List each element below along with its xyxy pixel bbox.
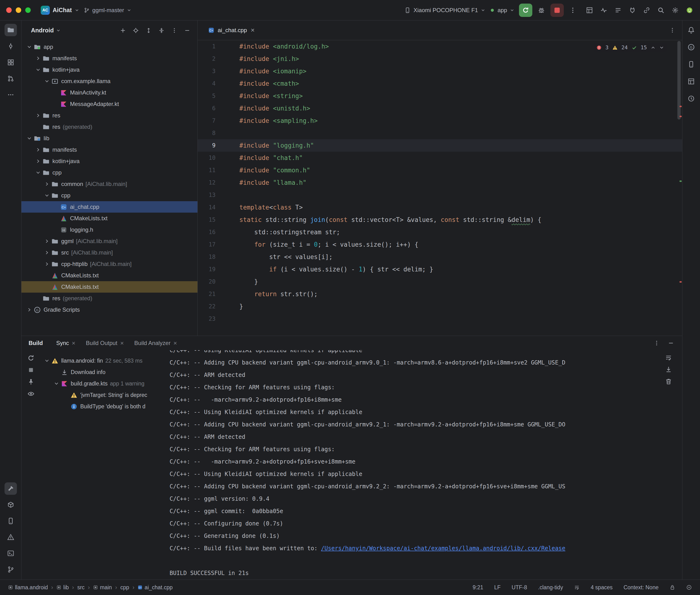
scroll-to-end-icon[interactable] [665, 366, 672, 373]
code-line-21[interactable]: 21 return str.str(); [198, 288, 682, 300]
next-issue-icon[interactable] [659, 45, 664, 50]
build-tab-build-output[interactable]: Build Output× [81, 336, 129, 350]
tool-strip-button-more[interactable] [4, 89, 17, 101]
code-line-14[interactable]: 14template<class T> [198, 201, 682, 214]
chevron-right-icon[interactable] [34, 56, 43, 61]
chevron-right-icon[interactable] [43, 181, 52, 187]
chevron-right-icon[interactable] [34, 113, 43, 118]
line-separator[interactable]: LF [494, 584, 501, 591]
cursor-position[interactable]: 9:21 [473, 584, 483, 591]
formatting-icon[interactable] [574, 585, 580, 590]
breadcrumb-item-lib[interactable]: lib [56, 584, 69, 591]
project-view-title[interactable]: Android [31, 27, 54, 34]
breadcrumb-item-ai-chat-cpp[interactable]: C+ai_chat.cpp [138, 584, 173, 591]
project-tree-item-cmakelists-txt[interactable]: CMakeLists.txt [22, 270, 197, 281]
tool-strip-button-app-insights[interactable] [685, 92, 697, 105]
error-stripe-mark[interactable] [679, 281, 682, 283]
code-line-17[interactable]: 17 for (size_t i = 0; i < values.size();… [198, 238, 682, 251]
code-line-3[interactable]: 3#include <iomanip> [198, 65, 682, 77]
project-tree-item-cpp-httplib[interactable]: cpp-httplib[AiChat.lib.main] [22, 258, 197, 270]
tool-strip-button-pull-requests[interactable] [4, 73, 17, 85]
device-mirroring-icon[interactable] [642, 6, 651, 15]
code-line-11[interactable]: 11#include "common.h" [198, 164, 682, 176]
tool-strip-button-commit[interactable] [4, 40, 17, 52]
chevron-right-icon[interactable] [43, 250, 52, 255]
stop-sync-icon[interactable] [27, 366, 34, 374]
soft-wrap-icon[interactable] [665, 354, 672, 361]
close-window-button[interactable] [6, 7, 12, 13]
code-line-23[interactable]: 23 [198, 313, 682, 325]
logcat-icon[interactable] [614, 6, 622, 15]
rerun-button[interactable] [519, 4, 532, 17]
status-indicator-icon[interactable] [686, 585, 692, 590]
debug-button[interactable] [537, 6, 545, 15]
chevron-down-icon[interactable] [43, 358, 52, 363]
project-tree-item-cmakelists-txt[interactable]: CMakeLists.txt [22, 281, 197, 293]
build-output-link[interactable]: /Users/hanyin/Workspace/ai-chat/examples… [321, 545, 565, 552]
chevron-down-icon[interactable] [25, 44, 34, 50]
chevron-right-icon[interactable] [43, 238, 52, 244]
chevron-right-icon[interactable] [25, 307, 34, 312]
tool-strip-button-problems[interactable] [4, 531, 17, 543]
build-tab-build-analyzer[interactable]: Build Analyzer× [129, 336, 182, 350]
options-icon[interactable] [653, 340, 660, 346]
tool-strip-button-device-manager[interactable] [685, 58, 697, 70]
code-line-10[interactable]: 10#include "chat.h" [198, 152, 682, 164]
tool-strip-button-notifications[interactable] [685, 24, 697, 36]
locate-file-icon[interactable] [133, 27, 139, 34]
re-sync-icon[interactable] [27, 355, 34, 362]
vcs-branch-selector[interactable]: ggml-master [84, 7, 131, 13]
plugins-icon[interactable] [628, 6, 637, 15]
project-tree-item-logging-h[interactable]: Hlogging.h [22, 224, 197, 235]
code-style-config[interactable]: .clang-tidy [538, 584, 563, 591]
prev-issue-icon[interactable] [651, 45, 655, 50]
search-icon[interactable] [657, 6, 665, 15]
tool-strip-button-version-control[interactable] [4, 563, 17, 576]
code-line-6[interactable]: 6#include <unistd.h> [198, 102, 682, 115]
hide-panel-icon[interactable] [668, 340, 674, 346]
device-selector[interactable]: Xiaomi POCOPHONE F1 [404, 7, 485, 13]
sync-tree-item-download-info[interactable]: Download info [40, 366, 164, 378]
code-line-4[interactable]: 4#include <cmath> [198, 77, 682, 90]
breadcrumb-item-cpp[interactable]: cpp [120, 584, 129, 591]
more-run-options-button[interactable] [568, 6, 577, 15]
collapse-all-icon[interactable] [159, 27, 165, 34]
sync-tree-item-buildtype-debug-is-both-d[interactable]: BuildType 'debug' is both d [40, 401, 164, 412]
close-tab-icon[interactable]: × [120, 340, 124, 347]
hide-panel-icon[interactable] [184, 27, 190, 34]
chevron-down-icon[interactable] [56, 28, 60, 33]
stop-button[interactable] [551, 4, 564, 17]
project-tree-item-res[interactable]: res [22, 110, 197, 121]
code-line-22[interactable]: 22} [198, 300, 682, 313]
project-tree-item-cpp[interactable]: cpp [22, 167, 197, 178]
project-tree-item-res[interactable]: res(generated) [22, 293, 197, 304]
breadcrumb-item-main[interactable]: main [93, 584, 112, 591]
project-tree-item-gradle-scripts[interactable]: GGradle Scripts [22, 304, 197, 315]
options-icon[interactable] [171, 27, 177, 34]
zoom-window-button[interactable] [25, 7, 31, 13]
chevron-down-icon[interactable] [25, 136, 34, 141]
code-line-9[interactable]: 9#include "logging.h" [198, 139, 682, 152]
project-tree-item-app[interactable]: app [22, 41, 197, 53]
tool-strip-button-project[interactable] [4, 24, 17, 36]
file-encoding[interactable]: UTF-8 [512, 584, 527, 591]
project-tree-item-mainactivity-kt[interactable]: MainActivity.kt [22, 87, 197, 98]
chevron-down-icon[interactable] [34, 67, 43, 73]
close-tab-icon[interactable]: × [251, 26, 255, 34]
tool-strip-button-structure[interactable] [4, 56, 17, 68]
code-line-15[interactable]: 15static std::string join(const std::vec… [198, 214, 682, 226]
clear-console-icon[interactable] [665, 378, 672, 385]
indent-size[interactable]: 4 spaces [591, 584, 613, 591]
tool-strip-button-device-explorer[interactable] [4, 499, 17, 511]
pin-icon[interactable] [27, 378, 34, 386]
chevron-down-icon[interactable] [34, 170, 43, 175]
project-tree-item-ggml[interactable]: ggml[AiChat.lib.main] [22, 235, 197, 247]
change-stripe-mark[interactable] [679, 180, 682, 182]
chevron-right-icon[interactable] [34, 147, 43, 152]
sync-tree-item-llama-android-fin[interactable]: llama.android: fin22 sec, 583 ms [40, 355, 164, 366]
inspections-widget[interactable]: 3 24 15 [593, 43, 667, 52]
project-tree-item-manifests[interactable]: manifests [22, 144, 197, 155]
breadcrumb-item-llama-android[interactable]: llama.android [8, 584, 48, 591]
chevron-down-icon[interactable] [43, 79, 52, 84]
expand-all-icon[interactable] [145, 27, 152, 34]
